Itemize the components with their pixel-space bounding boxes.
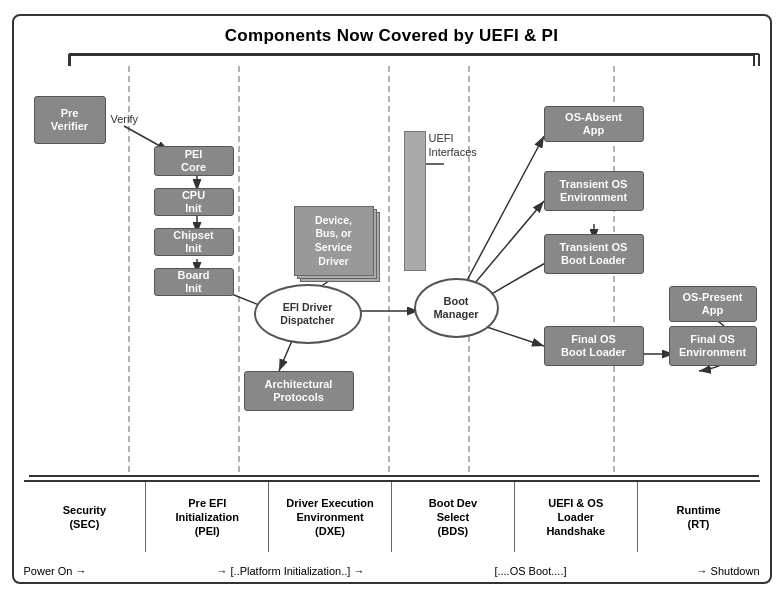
phase-pei: Pre EFI Initialization (PEI) [146, 482, 269, 552]
os-present-app-box: OS-Present App [669, 286, 757, 322]
transient-os-loader-box: Transient OS Boot Loader [544, 234, 644, 274]
uefi-interfaces-bar [404, 131, 426, 271]
pre-verifier-box: Pre Verifier [34, 96, 106, 144]
uefi-interfaces-label: UEFI Interfaces [429, 131, 477, 160]
final-os-env-box: Final OS Environment [669, 326, 757, 366]
phase-sec: Security (SEC) [24, 482, 147, 552]
top-bracket [69, 54, 755, 66]
efi-dispatcher-oval: EFI Driver Dispatcher [254, 284, 362, 344]
verify-label: Verify [111, 113, 139, 125]
arch-protocols-box: Architectural Protocols [244, 371, 354, 411]
phase-uefi-os: UEFI & OS Loader Handshake [515, 482, 638, 552]
os-boot-label: [....OS Boot....] [494, 565, 566, 577]
os-absent-app-box: OS-Absent App [544, 106, 644, 142]
boot-manager-oval: Boot Manager [414, 278, 499, 338]
final-os-loader-box: Final OS Boot Loader [544, 326, 644, 366]
bottom-labels-row: Power On → → [..Platform Initialization.… [24, 565, 760, 577]
chipset-init-box: Chipset Init [154, 228, 234, 256]
phase-bds: Boot Dev Select (BDS) [392, 482, 515, 552]
diagram-container: Components Now Covered by UEFI & PI [12, 14, 772, 584]
main-title: Components Now Covered by UEFI & PI [24, 26, 760, 46]
transient-os-env-box: Transient OS Environment [544, 171, 644, 211]
cpu-init-box: CPU Init [154, 188, 234, 216]
phase-rt: Runtime (RT) [638, 482, 760, 552]
phase-dxe: Driver Execution Environment (DXE) [269, 482, 392, 552]
phases-row: Security (SEC) Pre EFI Initialization (P… [24, 480, 760, 552]
device-driver-box: Device, Bus, or Service Driver [294, 206, 374, 276]
power-on-label: Power On → [24, 565, 87, 577]
platform-init-label: → [..Platform Initialization..] → [216, 565, 364, 577]
board-init-box: Board Init [154, 268, 234, 296]
pei-core-box: PEI Core [154, 146, 234, 176]
shutdown-label: → Shutdown [697, 565, 760, 577]
